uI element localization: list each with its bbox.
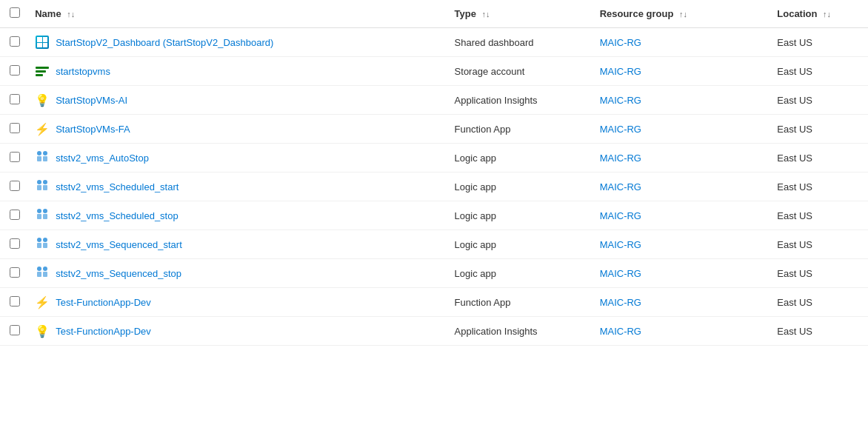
row-type-cell: Function App bbox=[449, 288, 594, 317]
row-type-cell: Application Insights bbox=[449, 317, 594, 346]
resource-group-link[interactable]: MAIC-RG bbox=[600, 181, 641, 192]
resource-location: East US bbox=[777, 297, 812, 308]
col-header-resource-group[interactable]: Resource group ↑↓ bbox=[594, 0, 772, 28]
logic-icon bbox=[36, 265, 49, 281]
select-all-checkbox[interactable] bbox=[10, 7, 20, 18]
table-row: 💡 Test-FunctionApp-Dev Application Insig… bbox=[0, 317, 868, 346]
resources-table-container: Name ↑↓ Type ↑↓ Resource group ↑↓ Locati… bbox=[0, 0, 868, 422]
svg-rect-19 bbox=[43, 272, 47, 277]
table-row: ststv2_vms_AutoStop Logic app MAIC-RG Ea… bbox=[0, 144, 868, 173]
col-header-type[interactable]: Type ↑↓ bbox=[449, 0, 594, 28]
resource-name-link[interactable]: ststv2_vms_Sequenced_start bbox=[56, 239, 182, 250]
resource-location: East US bbox=[777, 268, 812, 279]
resource-location: East US bbox=[777, 210, 812, 221]
col-location-sort-icon[interactable]: ↑↓ bbox=[823, 10, 831, 19]
resource-group-link[interactable]: MAIC-RG bbox=[600, 297, 641, 308]
svg-rect-10 bbox=[37, 214, 41, 219]
row-rg-cell: MAIC-RG bbox=[594, 201, 772, 230]
select-all-checkbox-header[interactable] bbox=[0, 0, 29, 28]
svg-point-13 bbox=[43, 238, 47, 242]
svg-point-12 bbox=[37, 238, 41, 242]
row-checkbox[interactable] bbox=[10, 123, 20, 133]
row-name-cell: ststv2_vms_Scheduled_start bbox=[29, 173, 448, 201]
resource-type: Function App bbox=[455, 124, 511, 135]
table-row: ststv2_vms_Scheduled_stop Logic app MAIC… bbox=[0, 201, 868, 230]
resource-group-link[interactable]: MAIC-RG bbox=[600, 124, 641, 135]
resources-table: Name ↑↓ Type ↑↓ Resource group ↑↓ Locati… bbox=[0, 0, 868, 346]
row-checkbox[interactable] bbox=[10, 36, 20, 47]
row-name-cell: ststv2_vms_AutoStop bbox=[29, 144, 448, 173]
resource-group-link[interactable]: MAIC-RG bbox=[600, 66, 641, 77]
resource-type: Storage account bbox=[455, 66, 525, 77]
row-checkbox[interactable] bbox=[10, 65, 20, 76]
insights-icon: 💡 bbox=[35, 93, 50, 107]
resource-group-link[interactable]: MAIC-RG bbox=[600, 95, 641, 106]
function-icon: ⚡ bbox=[35, 122, 50, 136]
table-row: StartStopV2_Dashboard (StartStopV2_Dashb… bbox=[0, 28, 868, 57]
resource-group-link[interactable]: MAIC-RG bbox=[600, 268, 641, 279]
svg-point-8 bbox=[37, 209, 41, 213]
resource-icon: ⚡ bbox=[35, 295, 50, 309]
row-checkbox[interactable] bbox=[10, 325, 20, 335]
row-checkbox[interactable] bbox=[10, 210, 20, 220]
row-checkbox-cell bbox=[0, 288, 29, 317]
resource-name-link[interactable]: StartStopV2_Dashboard (StartStopV2_Dashb… bbox=[56, 37, 273, 48]
row-location-cell: East US bbox=[771, 28, 868, 57]
row-location-cell: East US bbox=[771, 57, 868, 86]
resource-type: Logic app bbox=[455, 210, 496, 221]
resource-name-link[interactable]: ststv2_vms_Sequenced_stop bbox=[56, 268, 181, 279]
svg-rect-14 bbox=[37, 243, 41, 248]
row-type-cell: Function App bbox=[449, 115, 594, 144]
row-location-cell: East US bbox=[771, 173, 868, 201]
resource-type: Application Insights bbox=[455, 95, 538, 106]
col-type-sort-icon[interactable]: ↑↓ bbox=[482, 10, 490, 19]
col-location-label: Location bbox=[777, 8, 817, 19]
row-location-cell: East US bbox=[771, 288, 868, 317]
col-name-sort-icon[interactable]: ↑↓ bbox=[67, 10, 75, 19]
resource-name-link[interactable]: StartStopVMs-AI bbox=[56, 95, 127, 106]
row-checkbox-cell bbox=[0, 201, 29, 230]
resource-location: East US bbox=[777, 153, 812, 164]
row-name-cell: 💡 Test-FunctionApp-Dev bbox=[29, 317, 448, 346]
svg-point-0 bbox=[37, 151, 41, 155]
row-type-cell: Logic app bbox=[449, 230, 594, 259]
resource-name-link[interactable]: ststv2_vms_AutoStop bbox=[56, 153, 149, 164]
row-checkbox[interactable] bbox=[10, 181, 20, 191]
resource-name-link[interactable]: Test-FunctionApp-Dev bbox=[56, 326, 151, 337]
resource-name-link[interactable]: ststv2_vms_Scheduled_stop bbox=[56, 210, 178, 221]
col-rg-sort-icon[interactable]: ↑↓ bbox=[679, 10, 687, 19]
resource-name-link[interactable]: Test-FunctionApp-Dev bbox=[56, 297, 151, 308]
row-checkbox[interactable] bbox=[10, 296, 20, 307]
row-location-cell: East US bbox=[771, 144, 868, 173]
svg-rect-11 bbox=[43, 214, 47, 219]
row-location-cell: East US bbox=[771, 201, 868, 230]
col-header-name[interactable]: Name ↑↓ bbox=[29, 0, 448, 28]
resource-group-link[interactable]: MAIC-RG bbox=[600, 239, 641, 250]
resource-location: East US bbox=[777, 66, 812, 77]
row-rg-cell: MAIC-RG bbox=[594, 317, 772, 346]
resource-group-link[interactable]: MAIC-RG bbox=[600, 37, 641, 48]
row-checkbox[interactable] bbox=[10, 94, 20, 104]
row-rg-cell: MAIC-RG bbox=[594, 144, 772, 173]
resource-location: East US bbox=[777, 37, 812, 48]
function-icon: ⚡ bbox=[35, 295, 50, 309]
row-checkbox[interactable] bbox=[10, 152, 20, 162]
row-location-cell: East US bbox=[771, 86, 868, 115]
row-checkbox[interactable] bbox=[10, 267, 20, 278]
row-checkbox-cell bbox=[0, 317, 29, 346]
row-rg-cell: MAIC-RG bbox=[594, 57, 772, 86]
resource-type: Logic app bbox=[455, 153, 496, 164]
resource-icon: 💡 bbox=[35, 324, 50, 338]
resource-group-link[interactable]: MAIC-RG bbox=[600, 153, 641, 164]
resource-name-link[interactable]: ststv2_vms_Scheduled_start bbox=[56, 181, 178, 192]
resource-type: Shared dashboard bbox=[455, 37, 534, 48]
row-checkbox[interactable] bbox=[10, 238, 20, 249]
col-header-location[interactable]: Location ↑↓ bbox=[771, 0, 868, 28]
resource-icon bbox=[35, 150, 50, 165]
resource-name-link[interactable]: startstopvms bbox=[56, 66, 110, 77]
svg-rect-3 bbox=[43, 156, 47, 161]
resource-group-link[interactable]: MAIC-RG bbox=[600, 326, 641, 337]
resource-group-link[interactable]: MAIC-RG bbox=[600, 210, 641, 221]
resource-name-link[interactable]: StartStopVMs-FA bbox=[56, 124, 130, 135]
resource-type: Logic app bbox=[455, 268, 496, 279]
